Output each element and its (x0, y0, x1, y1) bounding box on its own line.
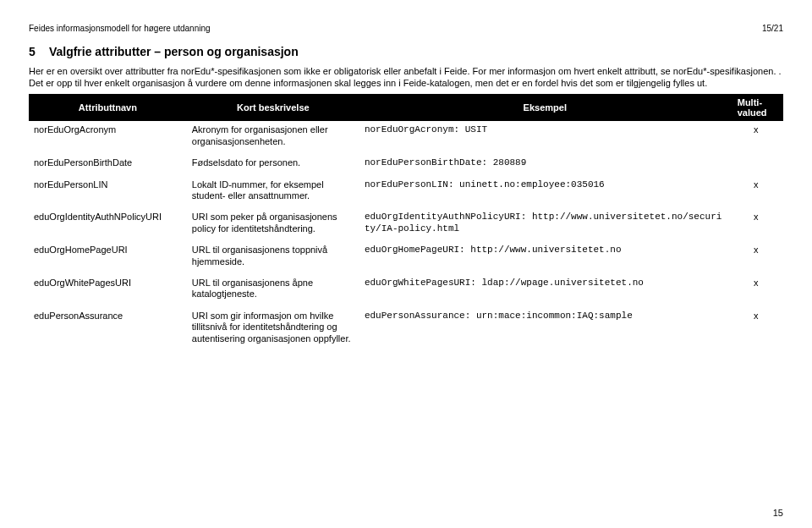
table-row: eduOrgWhitePagesURI URL til organisasjon… (29, 274, 783, 307)
cell-desc: URI som gir informasjon om hvilke tillit… (187, 307, 359, 351)
table-row: norEduOrgAcronym Akronym for organisasjo… (29, 121, 783, 154)
th-name: Attributtnavn (29, 94, 187, 121)
cell-example: eduOrgWhitePagesURI: ldap://wpage.univer… (359, 274, 731, 307)
table-header-row: Attributtnavn Kort beskrivelse Eksempel … (29, 94, 783, 121)
cell-desc: URI som peker på organisasjonens policy … (187, 208, 359, 241)
cell-name: eduPersonAssurance (29, 307, 187, 351)
cell-name: eduOrgIdentityAuthNPolicyURI (29, 208, 187, 241)
cell-mv: x (731, 208, 783, 241)
th-mv-l1: Multi- (738, 97, 762, 107)
cell-mv: x (731, 307, 783, 351)
cell-desc: URL til organisasjonens toppnivå hjemmes… (187, 241, 359, 274)
cell-desc: URL til organisasjonens åpne katalogtjen… (187, 274, 359, 307)
table-row: eduPersonAssurance URI som gir informasj… (29, 307, 783, 351)
page-header: Feides informasjonsmodell for høgere utd… (29, 24, 783, 33)
table-row: eduOrgIdentityAuthNPolicyURI URI som pek… (29, 208, 783, 241)
cell-example: eduOrgHomePageURI: http://www.universite… (359, 241, 731, 274)
cell-mv: x (731, 176, 783, 209)
doc-title: Feides informasjonsmodell for høgere utd… (29, 24, 211, 33)
cell-name: norEduOrgAcronym (29, 121, 187, 154)
cell-mv: x (731, 274, 783, 307)
cell-desc: Fødselsdato for personen. (187, 154, 359, 175)
table-row: norEduPersonLIN Lokalt ID-nummer, for ek… (29, 176, 783, 209)
attribute-table: Attributtnavn Kort beskrivelse Eksempel … (29, 94, 783, 351)
section-title: Valgfrie attributter – person og organis… (49, 45, 299, 58)
cell-desc: Akronym for organisasjonen eller organis… (187, 121, 359, 154)
section-number: 5 (29, 45, 46, 58)
cell-mv: x (731, 241, 783, 274)
cell-mv (731, 154, 783, 175)
th-desc: Kort beskrivelse (187, 94, 359, 121)
cell-name: norEduPersonBirthDate (29, 154, 187, 175)
section-heading: 5 Valgfrie attributter – person og organ… (29, 45, 783, 58)
cell-desc: Lokalt ID-nummer, for eksempel student- … (187, 176, 359, 209)
table-row: norEduPersonBirthDate Fødselsdato for pe… (29, 154, 783, 175)
cell-example: norEduPersonLIN: uninett.no:employee:035… (359, 176, 731, 209)
cell-mv: x (731, 121, 783, 154)
cell-name: eduOrgWhitePagesURI (29, 274, 187, 307)
th-mv-l2: valued (738, 107, 767, 118)
cell-name: norEduPersonLIN (29, 176, 187, 209)
cell-example: norEduOrgAcronym: USIT (359, 121, 731, 154)
table-body: norEduOrgAcronym Akronym for organisasjo… (29, 121, 783, 351)
cell-example: norEduPersonBirthDate: 280889 (359, 154, 731, 175)
cell-example: eduOrgIdentityAuthNPolicyURI: http://www… (359, 208, 731, 241)
th-multivalued: Multi- valued (731, 94, 783, 121)
intro-paragraph: Her er en oversikt over attributter fra … (29, 65, 783, 89)
footer-page-number: 15 (773, 508, 783, 518)
th-example: Eksempel (359, 94, 731, 121)
cell-name: eduOrgHomePageURI (29, 241, 187, 274)
cell-example: eduPersonAssurance: urn:mace:incommon:IA… (359, 307, 731, 351)
table-row: eduOrgHomePageURI URL til organisasjonen… (29, 241, 783, 274)
page-indicator: 15/21 (762, 24, 783, 33)
